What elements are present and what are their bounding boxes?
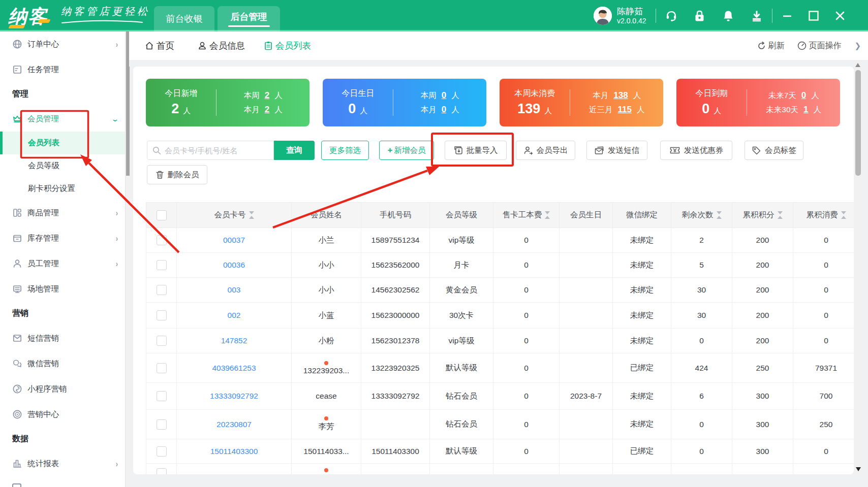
consumption-cell: 250: [793, 410, 859, 439]
column-header-remaining[interactable]: 剩余次数: [671, 203, 732, 228]
headset-icon[interactable]: [665, 10, 677, 22]
sort-icon[interactable]: [717, 211, 722, 219]
column-header-points[interactable]: 累积积分: [732, 203, 793, 228]
sort-icon[interactable]: [841, 211, 846, 219]
unread-dot: [324, 468, 328, 472]
card-no-cell: 15011403300: [177, 439, 292, 464]
sidebar-scrollbar[interactable]: [125, 31, 129, 487]
wechat-cell: 已绑定: [613, 439, 671, 464]
bell-icon[interactable]: [722, 10, 734, 22]
toolbar-button-2[interactable]: 批量导入: [445, 141, 507, 160]
tab-home[interactable]: 首页: [144, 31, 174, 60]
expand-chevron-icon[interactable]: ❯: [854, 41, 861, 50]
fee-cell: 0: [493, 410, 560, 439]
content-scrollbar[interactable]: [854, 60, 862, 474]
nav-tab-cashier[interactable]: 前台收银: [154, 6, 214, 31]
phone-cell: 15623562000: [361, 253, 430, 278]
minimize-button[interactable]: [782, 10, 793, 21]
level-cell: vip等级: [430, 329, 493, 353]
scroll-up-icon[interactable]: [855, 63, 860, 67]
sidebar-item-12[interactable]: 短信营销: [0, 326, 125, 351]
select-all-checkbox[interactable]: [157, 210, 167, 220]
card-no-link[interactable]: 002: [228, 311, 241, 319]
inventory-icon: [12, 233, 22, 243]
sidebar-item-label: 订单中心: [27, 39, 116, 50]
sidebar-subitem-6[interactable]: 刷卡积分设置: [0, 177, 125, 200]
sidebar-item-9[interactable]: 员工管理›: [0, 251, 125, 276]
member-name: 150114033...: [303, 447, 349, 456]
column-header-fee[interactable]: 售卡工本费: [493, 203, 560, 228]
row-checkbox[interactable]: [157, 285, 167, 295]
query-button[interactable]: 查询: [274, 141, 315, 160]
row-checkbox[interactable]: [157, 363, 167, 373]
row-checkbox[interactable]: [157, 235, 167, 245]
sidebar-item-7[interactable]: 商品管理›: [0, 200, 125, 225]
sort-icon[interactable]: [778, 211, 783, 219]
search-input[interactable]: [165, 146, 268, 155]
nav-tab-admin[interactable]: 后台管理: [218, 6, 280, 31]
toolbar-button-6[interactable]: 会员标签: [745, 141, 803, 160]
toolbar-button-3[interactable]: 会员导出: [516, 141, 575, 160]
gauge-icon: [797, 41, 807, 50]
close-button[interactable]: [834, 10, 846, 21]
content-scrollbar-thumb[interactable]: [855, 70, 861, 176]
avatar[interactable]: [594, 7, 612, 25]
row-checkbox[interactable]: [157, 310, 167, 320]
row-checkbox[interactable]: [157, 336, 167, 346]
sidebar-subitem-5[interactable]: 会员等级: [0, 154, 125, 177]
sort-icon[interactable]: [545, 211, 550, 219]
sidebar-item-1[interactable]: 任务管理: [0, 57, 125, 82]
card-no-link[interactable]: 00037: [223, 236, 245, 244]
column-header-consumption[interactable]: 累积消费: [793, 203, 859, 228]
sidebar-item-3[interactable]: 会员管理⌄: [0, 106, 125, 132]
member-name: 132239203...: [303, 366, 350, 375]
fee-cell: 0: [493, 329, 560, 353]
toolbar-button-5[interactable]: 发送优惠券: [660, 141, 732, 160]
row-checkbox[interactable]: [157, 419, 167, 430]
row-checkbox[interactable]: [157, 446, 167, 457]
refresh-button[interactable]: 刷新: [757, 41, 784, 51]
sidebar-item-17[interactable]: 统计报表›: [0, 451, 125, 476]
card-no-link[interactable]: 13333092792: [210, 392, 258, 400]
sidebar-subitem-4[interactable]: 会员列表: [0, 132, 125, 154]
sort-icon[interactable]: [249, 211, 254, 219]
toolbar-button-7[interactable]: 删除会员: [147, 165, 207, 184]
scroll-down-icon[interactable]: [856, 467, 861, 471]
toolbar-button-4[interactable]: 发送短信: [586, 141, 647, 160]
maximize-button[interactable]: [808, 10, 819, 21]
sidebar-item-0[interactable]: 订单中心›: [0, 31, 125, 57]
column-header-card_no[interactable]: 会员卡号: [177, 203, 292, 228]
card-no-link[interactable]: 003: [228, 285, 241, 294]
stat-card-title: 今日生日: [342, 88, 374, 99]
page-operations-button[interactable]: 页面操作: [797, 41, 841, 51]
toolbar-button-0[interactable]: 更多筛选: [321, 141, 369, 160]
row-checkbox[interactable]: [157, 260, 167, 270]
lock-icon[interactable]: [694, 10, 706, 22]
card-no-link[interactable]: 20230807: [216, 420, 252, 429]
coupon-icon: [669, 146, 680, 154]
consumption-cell: 79371: [793, 353, 859, 383]
row-select-cell: [146, 383, 177, 410]
card-no-link[interactable]: 00036: [223, 261, 245, 269]
card-no-link[interactable]: 4039661253: [212, 364, 256, 372]
sidebar-item-15[interactable]: 营销中心: [0, 402, 125, 427]
column-header-birthday: 会员生日: [560, 203, 613, 228]
wechat-cell: 未绑定: [613, 253, 671, 278]
wechat-cell: 未绑定: [613, 278, 671, 303]
sidebar-item-8[interactable]: 库存管理›: [0, 225, 125, 251]
sidebar-item-10[interactable]: 场地管理: [0, 276, 125, 302]
tab-member-list[interactable]: 会员列表: [263, 31, 311, 60]
sidebar-item-14[interactable]: 小程序营销: [0, 376, 125, 402]
level-cell: 默认等级: [430, 353, 493, 383]
card-no-link[interactable]: 147852: [221, 336, 247, 345]
row-checkbox[interactable]: [157, 391, 167, 401]
sidebar-item-13[interactable]: 微信营销: [0, 351, 125, 376]
toolbar-button-1[interactable]: +新增会员: [379, 141, 434, 160]
tab-member-info[interactable]: 会员信息: [197, 31, 245, 60]
card-no-cell: 002: [177, 303, 292, 329]
stat-card-0: 今日新增 2 人 本周2人本月2人: [146, 79, 309, 126]
birthday-cell: [560, 278, 613, 303]
download-icon[interactable]: [751, 10, 763, 22]
card-no-link[interactable]: 15011403300: [210, 447, 258, 456]
column-header-sel: [146, 203, 177, 228]
